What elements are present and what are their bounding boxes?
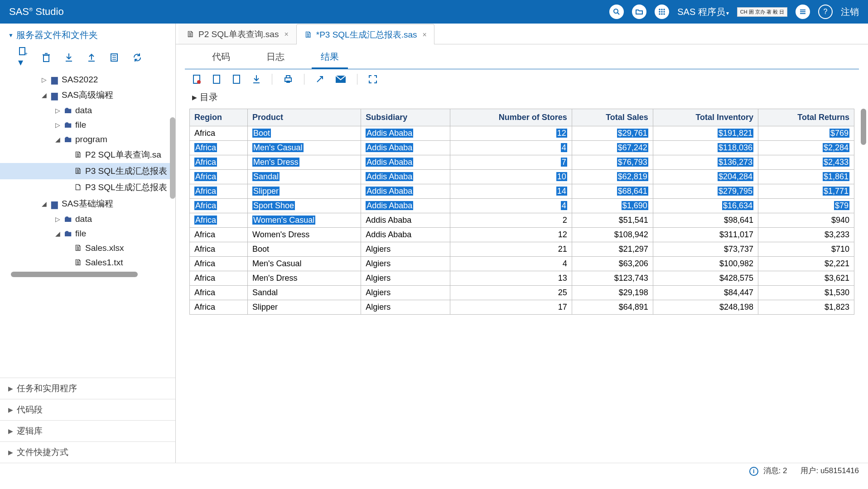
refresh-icon[interactable] <box>132 53 142 62</box>
table-row[interactable]: AfricaSlipperAddis Ababa14$68,641$279,79… <box>190 184 854 199</box>
sidebar-section-tasks[interactable]: ▶任务和实用程序 <box>0 378 175 399</box>
table-row[interactable]: AfricaSandalAlgiers25$29,198$84,447$1,53… <box>190 286 854 300</box>
cell-inventory: $311,017 <box>653 228 758 242</box>
tree-scrollbar-vertical[interactable] <box>170 117 175 199</box>
cell-returns: $1,861 <box>758 170 854 184</box>
tree-folder-file[interactable]: ▷🖿file <box>0 118 175 132</box>
new-file-icon[interactable]: +▾ <box>18 47 28 68</box>
toc-toggle[interactable]: ▶ 目录 <box>176 89 868 109</box>
programmer-menu[interactable]: SAS 程序员▾ <box>677 6 729 18</box>
tree-file-p2[interactable]: 🗎P2 SQL单表查询.sa <box>0 147 175 163</box>
print-icon[interactable] <box>283 74 293 84</box>
triangle-right-icon: ▶ <box>8 406 13 413</box>
tree-label: Sales.xlsx <box>85 243 124 253</box>
close-icon[interactable]: × <box>284 30 288 38</box>
export-rtf-icon[interactable] <box>232 74 241 84</box>
sidebar-section-files[interactable]: ▼ 服务器文件和文件夹 <box>0 24 175 45</box>
cell-stores: 21 <box>450 242 572 257</box>
tree-folder-basic[interactable]: ◢▆SAS基础编程 <box>0 196 175 212</box>
tree-label: P2 SQL单表查询.sa <box>85 149 161 161</box>
sidebar-section-libraries[interactable]: ▶逻辑库 <box>0 420 175 441</box>
download-results-icon[interactable] <box>252 74 261 84</box>
sidebar-toolbar: +▾ <box>0 45 175 72</box>
cell-stores: 4 <box>450 141 572 155</box>
sidebar-section-shortcuts[interactable]: ▶文件快捷方式 <box>0 441 175 463</box>
tree-folder-program[interactable]: ◢🖿program <box>0 132 175 147</box>
sidebar-section-snippets[interactable]: ▶代码段 <box>0 399 175 420</box>
table-row[interactable]: AfricaMen's DressAlgiers13$123,743$428,5… <box>190 271 854 286</box>
download-icon[interactable] <box>64 53 73 62</box>
cell-product: Sandal <box>248 286 361 300</box>
export-html-icon[interactable] <box>192 74 201 84</box>
fullscreen-icon[interactable] <box>368 75 377 84</box>
tree-label: SAS2022 <box>62 75 98 85</box>
svg-rect-16 <box>43 55 49 62</box>
table-row[interactable]: AfricaBootAddis Ababa12$29,761$191,821$7… <box>190 126 854 141</box>
subtab-code[interactable]: 代码 <box>203 48 239 69</box>
table-row[interactable]: AfricaWomen's CasualAddis Ababa2$51,541$… <box>190 213 854 228</box>
email-icon[interactable] <box>335 75 346 83</box>
text-file-icon: 🗎 <box>73 258 82 268</box>
cell-returns: $1,823 <box>758 300 854 315</box>
tree-folder-data[interactable]: ▷🖿data <box>0 103 175 118</box>
tree-scrollbar-horizontal[interactable] <box>11 272 138 277</box>
cell-sales: $67,242 <box>572 141 653 155</box>
table-row[interactable]: AfricaMen's DressAddis Ababa7$76,793$136… <box>190 155 854 170</box>
cell-sales: $123,743 <box>572 271 653 286</box>
svg-point-7 <box>663 11 665 13</box>
caret-right-icon: ▷ <box>41 76 47 83</box>
cell-product: Slipper <box>248 184 361 199</box>
tree-file-p3b[interactable]: 🗋P3 SQL生成汇总报表 <box>0 179 175 196</box>
content-area: 🗎 P2 SQL单表查询.sas × 🗎 *P3 SQL生成汇总报表.sas ×… <box>176 24 868 463</box>
tree-label: data <box>75 105 92 115</box>
sas-file-icon: 🗎 <box>186 29 195 39</box>
open-new-window-icon[interactable] <box>315 75 324 84</box>
tree-label: SAS基础编程 <box>62 198 113 210</box>
tree-folder-data2[interactable]: ▷🖿data <box>0 212 175 226</box>
cell-returns: $3,233 <box>758 228 854 242</box>
table-row[interactable]: AfricaWomen's DressAddis Ababa12$108,942… <box>190 228 854 242</box>
tree-folder-adv[interactable]: ◢▆SAS高级编程 <box>0 87 175 103</box>
close-icon[interactable]: × <box>423 31 427 39</box>
tree-folder-sas2022[interactable]: ▷▆SAS2022 <box>0 72 175 87</box>
tree-file-p3a[interactable]: 🗎P3 SQL生成汇总报表 <box>0 163 175 179</box>
table-row[interactable]: AfricaMen's CasualAlgiers4$63,206$100,98… <box>190 257 854 271</box>
help-icon[interactable]: ? <box>818 5 833 19</box>
table-body: AfricaBootAddis Ababa12$29,761$191,821$7… <box>190 126 854 315</box>
table-row[interactable]: AfricaSport ShoeAddis Ababa4$1,690$16,63… <box>190 199 854 213</box>
excel-file-icon: 🗎 <box>73 243 82 253</box>
cell-sales: $29,198 <box>572 286 653 300</box>
app-header: SAS® Studio SAS 程序员▾ CH 囲 京办 著 毅 日 ? 注销 <box>0 0 868 24</box>
cell-returns: $79 <box>758 199 854 213</box>
cell-subsidiary: Addis Ababa <box>361 199 450 213</box>
tab-p2[interactable]: 🗎 P2 SQL单表查询.sas × <box>178 24 296 44</box>
sas-file-icon: 🗎 <box>73 150 82 160</box>
tab-p3[interactable]: 🗎 *P3 SQL生成汇总报表.sas × <box>296 24 434 44</box>
table-row[interactable]: AfricaBootAlgiers21$21,297$73,737$710 <box>190 242 854 257</box>
messages-indicator[interactable]: i 消息: 2 <box>749 465 787 476</box>
results-toolbar <box>176 69 868 89</box>
folder-open-icon[interactable] <box>632 5 646 19</box>
search-icon[interactable] <box>609 5 624 19</box>
subtab-results[interactable]: 结果 <box>312 48 348 69</box>
cell-stores: 12 <box>450 228 572 242</box>
subtab-log[interactable]: 日志 <box>257 48 294 69</box>
tree-folder-file2[interactable]: ◢🖿file <box>0 226 175 241</box>
apps-grid-icon[interactable] <box>655 5 669 19</box>
caret-right-icon: ▷ <box>54 121 61 129</box>
upload-icon[interactable] <box>87 53 96 62</box>
results-scrollbar-vertical[interactable] <box>861 109 866 145</box>
user-label: 用户: <box>800 466 820 475</box>
section-label: 任务和实用程序 <box>17 383 77 394</box>
properties-icon[interactable] <box>110 53 119 62</box>
export-pdf-icon[interactable] <box>212 74 221 84</box>
table-row[interactable]: AfricaSandalAddis Ababa10$62,819$204,284… <box>190 170 854 184</box>
tree-file-salesx[interactable]: 🗎Sales.xlsx <box>0 241 175 255</box>
cell-stores: 4 <box>450 199 572 213</box>
signout-button[interactable]: 注销 <box>841 6 859 18</box>
more-options-icon[interactable] <box>796 5 810 19</box>
table-row[interactable]: AfricaMen's CasualAddis Ababa4$67,242$11… <box>190 141 854 155</box>
tree-file-salest[interactable]: 🗎Sales1.txt <box>0 255 175 270</box>
table-row[interactable]: AfricaSlipperAlgiers17$64,891$248,198$1,… <box>190 300 854 315</box>
delete-icon[interactable] <box>42 53 51 62</box>
